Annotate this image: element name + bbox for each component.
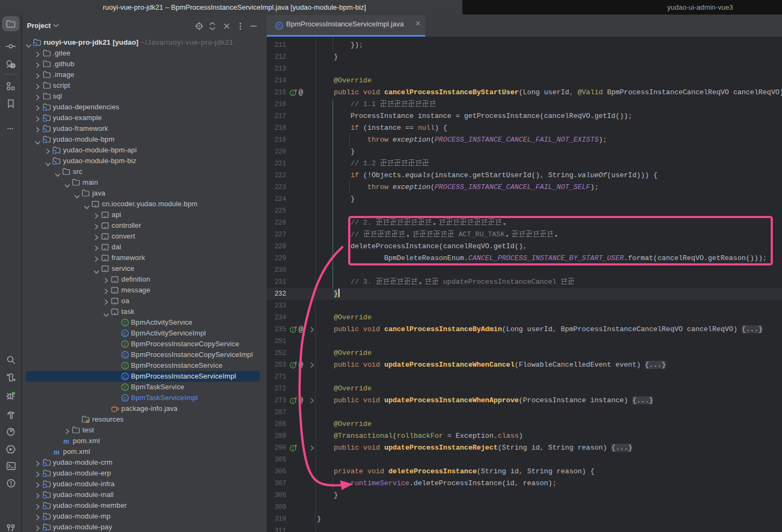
svg-text:m: m (53, 448, 59, 456)
svg-text:I: I (292, 363, 294, 368)
svg-text:I: I (123, 342, 126, 347)
svg-text:I: I (123, 363, 126, 369)
svg-text:C: C (123, 374, 127, 380)
svg-text:C: C (123, 353, 127, 358)
svg-text:I: I (292, 398, 294, 404)
svg-text:I: I (292, 327, 294, 333)
svg-text:?: ? (11, 64, 13, 68)
svg-text:C: C (123, 331, 127, 337)
svg-text:C: C (278, 23, 281, 29)
svg-text:m: m (63, 437, 69, 445)
svg-text:I: I (292, 90, 294, 96)
svg-text:I: I (123, 320, 126, 326)
svg-text:I: I (292, 446, 294, 451)
svg-text:I: I (123, 385, 126, 390)
svg-text:C: C (123, 396, 127, 401)
